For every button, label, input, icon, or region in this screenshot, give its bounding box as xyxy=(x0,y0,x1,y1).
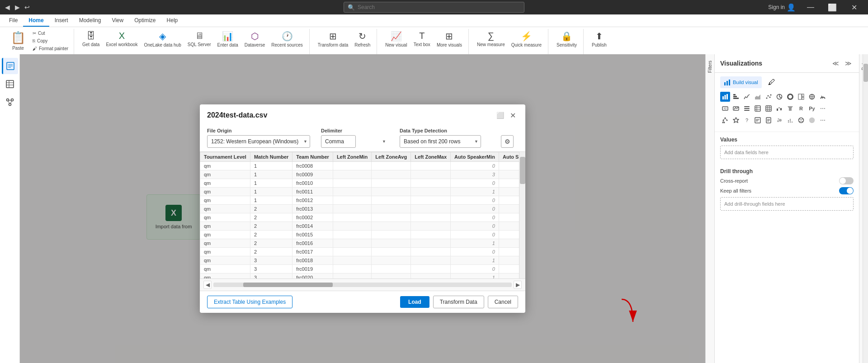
cancel-button[interactable]: Cancel xyxy=(488,296,518,308)
viz-table[interactable] xyxy=(753,104,763,113)
viz-qa[interactable]: ? xyxy=(742,115,752,125)
svg-point-82 xyxy=(790,122,791,123)
canvas-area[interactable]: X Import data from 2024test-data.csv ⬜ ✕… xyxy=(20,54,705,363)
publish-button[interactable]: ⬆ Publish xyxy=(589,29,609,49)
file-origin-select[interactable]: 1252: Western European (Windows) xyxy=(207,135,310,148)
minimize-button[interactable]: — xyxy=(800,0,821,14)
viz-chord[interactable] xyxy=(796,115,806,125)
data-table-wrap[interactable]: Tournament Level Match Number Team Numbe… xyxy=(200,152,525,278)
modal-close-button[interactable]: ✕ xyxy=(507,110,518,121)
search-input[interactable] xyxy=(358,4,520,10)
dataverse-label: Dataverse xyxy=(245,42,265,47)
tab-view[interactable]: View xyxy=(106,14,129,27)
viz-map[interactable] xyxy=(807,92,817,102)
viz-more-2[interactable]: ⋯ xyxy=(818,115,828,125)
viz-paginated[interactable] xyxy=(764,115,774,125)
sidebar-item-table[interactable] xyxy=(2,76,18,92)
viz-decomp-tree[interactable] xyxy=(720,115,730,125)
viz-kpi[interactable] xyxy=(731,104,741,113)
viz-slicer[interactable] xyxy=(742,104,752,113)
tab-file[interactable]: File xyxy=(4,14,23,27)
new-measure-button[interactable]: ∑ New measure xyxy=(474,29,508,49)
cross-report-toggle[interactable] xyxy=(839,177,854,184)
viz-matrix[interactable] xyxy=(764,104,774,113)
paste-button[interactable]: 📋 Paste xyxy=(7,29,29,52)
sidebar-item-report[interactable] xyxy=(2,58,18,74)
table-cell xyxy=(333,273,371,279)
panel-collapse-icon[interactable]: ≪ xyxy=(830,58,841,69)
copy-button[interactable]: ⎘ Copy xyxy=(31,38,70,44)
onelake-button[interactable]: ◈ OneLake data hub xyxy=(141,29,184,49)
viz-funnel[interactable] xyxy=(785,104,795,113)
settings-icon-button[interactable]: ⚙ xyxy=(501,135,514,148)
get-data-button[interactable]: 🗄 Get data xyxy=(80,29,102,49)
text-box-button[interactable]: T Text box xyxy=(411,29,433,49)
format-painter-button[interactable]: 🖌 Format painter xyxy=(31,45,70,52)
dataverse-button[interactable]: ⬡ Dataverse xyxy=(242,29,268,49)
viz-card[interactable]: 42 xyxy=(720,104,730,113)
viz-bubble[interactable] xyxy=(774,115,784,125)
tab-insert[interactable]: Insert xyxy=(49,14,74,27)
viz-pie[interactable] xyxy=(774,92,784,102)
sensitivity-button[interactable]: 🔒 Sensitivity xyxy=(554,29,580,49)
excel-button[interactable]: X Excel workbook xyxy=(103,29,140,49)
viz-line-chart[interactable] xyxy=(742,92,752,102)
viz-area-chart[interactable] xyxy=(753,92,763,102)
panel-expand-icon[interactable]: ≫ xyxy=(843,58,854,69)
transform-data-button[interactable]: ⊞ Transform data xyxy=(315,29,351,49)
quick-measure-button[interactable]: ⚡ Quick measure xyxy=(509,29,544,49)
refresh-button[interactable]: ↻ Refresh xyxy=(352,29,373,49)
viz-gauge[interactable] xyxy=(818,92,828,102)
modal-maximize-button[interactable]: ⬜ xyxy=(495,110,505,121)
cut-button[interactable]: ✂ Cut xyxy=(31,30,70,37)
viz-python[interactable]: Py xyxy=(807,104,817,113)
viz-dot-plot[interactable] xyxy=(785,115,795,125)
data-type-select[interactable]: Based on first 200 rows xyxy=(400,135,481,148)
viz-bar-chart[interactable] xyxy=(720,92,730,102)
filters-tab[interactable]: Filters xyxy=(707,58,713,75)
viz-r-visual[interactable]: R xyxy=(796,104,806,113)
viz-scatter[interactable] xyxy=(764,92,774,102)
values-drop-zone[interactable]: Add data fields here xyxy=(720,146,854,159)
horizontal-scrollbar-track[interactable] xyxy=(213,283,512,287)
viz-waterfall[interactable] xyxy=(774,104,784,113)
recent-sources-button[interactable]: 🕐 Recent sources xyxy=(269,29,305,49)
tab-optimize[interactable]: Optimize xyxy=(129,14,161,27)
ribbon-tabs: File Home Insert Modeling View Optimize … xyxy=(0,14,868,27)
viz-smart-narrative[interactable] xyxy=(753,115,763,125)
search-box[interactable]: 🔍 xyxy=(344,2,524,13)
viz-filled-map[interactable] xyxy=(807,115,817,125)
viz-more[interactable]: ⋯ xyxy=(818,104,828,113)
back-icon[interactable]: ◀ xyxy=(4,4,11,11)
extract-table-button[interactable]: Extract Table Using Examples xyxy=(207,296,292,308)
tab-modeling[interactable]: Modeling xyxy=(74,14,107,27)
viz-treemap[interactable] xyxy=(796,92,806,102)
keep-filters-toggle[interactable] xyxy=(839,187,854,194)
enter-data-button[interactable]: 📊 Enter data xyxy=(215,29,241,49)
restore-button[interactable]: ⬜ xyxy=(822,0,843,14)
user-area[interactable]: Sign in 👤 xyxy=(768,0,796,14)
delimiter-select[interactable]: Comma xyxy=(321,135,356,148)
tab-home[interactable]: Home xyxy=(23,14,49,27)
table-vertical-scrollbar[interactable] xyxy=(519,152,525,278)
scroll-left-button[interactable]: ◀ xyxy=(203,281,212,289)
svg-point-33 xyxy=(789,96,791,98)
sidebar-item-model[interactable] xyxy=(2,94,18,110)
more-visuals-button[interactable]: ⊞ More visuals xyxy=(434,29,465,49)
tab-help[interactable]: Help xyxy=(161,14,184,27)
close-button[interactable]: ✕ xyxy=(844,0,864,14)
load-button[interactable]: Load xyxy=(400,296,429,308)
new-visual-button[interactable]: 📈 New visual xyxy=(382,29,410,49)
transform-data-button[interactable]: Transform Data xyxy=(433,296,484,308)
viz-ai-insights[interactable] xyxy=(731,115,741,125)
viz-stacked-bar[interactable] xyxy=(731,92,741,102)
right-vertical-scrollbar[interactable] xyxy=(863,54,868,363)
build-visual-tab[interactable]: Build visual xyxy=(720,76,762,88)
scroll-right-button[interactable]: ▶ xyxy=(514,281,522,289)
undo-icon[interactable]: ↩ xyxy=(24,4,31,11)
drill-drop-zone[interactable]: Add drill-through fields here xyxy=(720,197,854,211)
viz-donut[interactable] xyxy=(785,92,795,102)
sql-button[interactable]: 🖥 SQL Server xyxy=(185,29,214,49)
format-visual-tab[interactable]: 🖊 xyxy=(764,76,779,88)
forward-icon[interactable]: ▶ xyxy=(14,4,21,11)
